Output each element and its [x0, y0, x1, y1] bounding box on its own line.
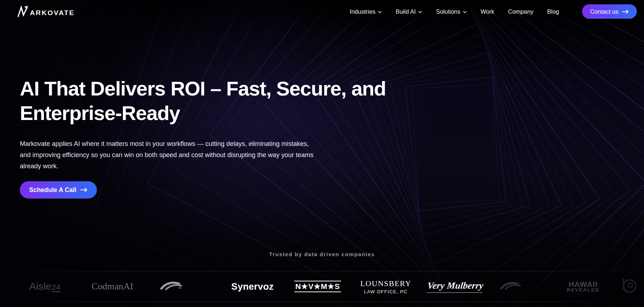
logo-codmanai: CodmanAI — [91, 281, 133, 292]
nav-item-build-ai[interactable]: Build AI — [395, 8, 422, 15]
top-navigation-bar: ARKOVATE Industries Build AI Solutions W… — [0, 0, 644, 23]
hero-section: AI That Delivers ROI – Fast, Secure, and… — [20, 76, 386, 199]
chevron-down-icon — [463, 11, 467, 13]
hero-description: Markovate applies AI where it matters mo… — [20, 138, 386, 172]
swoosh-logo-icon — [160, 281, 184, 292]
logo-hawaii-revealed: HAWAII REVEALED — [567, 281, 599, 293]
nav-item-work[interactable]: Work — [480, 8, 494, 15]
logo-m-arrow-icon — [17, 6, 30, 17]
nav-menu: Industries Build AI Solutions Work Compa… — [350, 4, 637, 19]
arrow-right-icon — [80, 187, 88, 192]
swoosh-logo-dim-icon — [500, 281, 523, 292]
logo-wordmark: ARKOVATE — [30, 9, 75, 17]
trusted-by-heading: Trusted by data driven companies — [0, 251, 644, 257]
chevron-down-icon — [378, 11, 382, 13]
circle-monogram-icon — [618, 275, 639, 298]
nav-item-company[interactable]: Company — [508, 8, 533, 15]
nav-item-solutions[interactable]: Solutions — [436, 8, 467, 15]
logo-very-mulberry: Very Mulberry — [427, 280, 484, 293]
arrow-right-icon — [622, 9, 629, 14]
nav-item-blog[interactable]: Blog — [547, 8, 559, 15]
page-title: AI That Delivers ROI – Fast, Secure, and… — [20, 76, 386, 125]
logo-lounsbery: LOUNSBERY LAW OFFICE, PC — [360, 279, 411, 294]
chevron-down-icon — [418, 11, 422, 13]
nav-item-industries[interactable]: Industries — [350, 8, 382, 15]
markovate-logo[interactable]: ARKOVATE — [17, 6, 75, 17]
client-logo-carousel: Aisle24 CodmanAI Synervoz N★V★M★S LOUNSB… — [0, 271, 644, 302]
contact-us-button[interactable]: Contact us — [582, 4, 637, 19]
markovate-landing-page: ARKOVATE Industries Build AI Solutions W… — [0, 0, 644, 307]
logo-aisle24: Aisle24 — [30, 281, 61, 292]
schedule-a-call-button[interactable]: Schedule A Call — [20, 181, 97, 199]
logo-nvms: N★V★M★S — [294, 281, 341, 292]
logo-synervoz: Synervoz — [231, 281, 274, 292]
